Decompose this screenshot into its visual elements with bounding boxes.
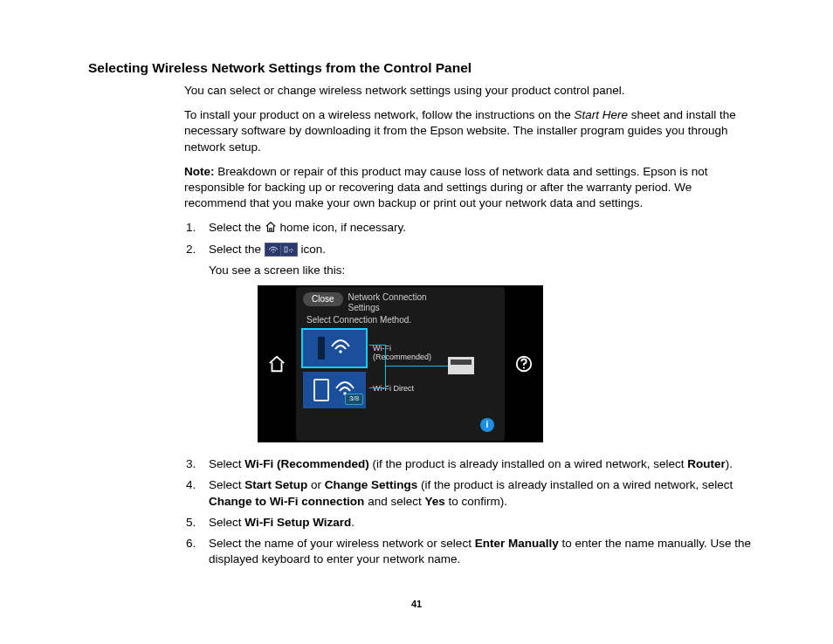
page-heading: Selecting Wireless Network Settings from… — [88, 59, 754, 78]
step1-text-b: home icon, if necessary. — [277, 221, 406, 234]
page-number: 41 — [0, 599, 833, 609]
phone-icon — [313, 379, 329, 401]
s5c: . — [351, 516, 355, 529]
s5a: Select — [209, 516, 244, 529]
note-label: Note: — [184, 165, 215, 178]
device-home-icon — [258, 285, 296, 442]
device-header-title: Network Connection Settings — [348, 292, 427, 312]
note-text: Breakdown or repair of this product may … — [184, 165, 708, 209]
step-4: Select Start Setup or Change Settings (i… — [202, 477, 754, 509]
start-here-name: Start Here — [574, 108, 628, 121]
page-badge: 3/8 — [345, 394, 363, 405]
wifi-arc-icon — [330, 337, 351, 359]
step2-text-a: Select the — [209, 243, 265, 256]
step1-text-a: Select the — [209, 221, 265, 234]
device-screenshot: Close Network Connection Settings Select… — [258, 285, 543, 442]
printer-dest-icon — [448, 357, 474, 374]
s4b: Start Setup — [244, 478, 307, 491]
s3e: ). — [726, 457, 733, 470]
step2-subtext: You see a screen like this: — [209, 263, 754, 278]
svg-rect-1 — [285, 247, 287, 252]
s4i: to confirm). — [445, 495, 507, 508]
s5b: Wi-Fi Setup Wizard — [244, 516, 351, 529]
option-wifi-recommended-tile[interactable] — [303, 330, 366, 367]
s6b: Enter Manually — [475, 537, 559, 550]
p2-part-a: To install your product on a wireless ne… — [184, 108, 574, 121]
s3b: Wi-Fi (Recommended) — [244, 457, 368, 470]
svg-point-0 — [272, 251, 274, 253]
router-icon — [318, 337, 325, 360]
step-2: Select the icon. You see a screen like t… — [202, 242, 754, 442]
intro-paragraph-2: To install your product on a wireless ne… — [184, 107, 754, 155]
wifi-status-icon — [265, 243, 298, 257]
note-paragraph: Note: Breakdown or repair of this produc… — [184, 164, 754, 212]
connector-horizontal — [385, 366, 448, 367]
connector-bracket — [369, 345, 386, 388]
home-icon — [265, 221, 277, 233]
wifi-direct-icon — [280, 243, 297, 256]
option-wifi-direct-tile[interactable]: 3/8 — [303, 372, 366, 408]
s4c: or — [307, 478, 325, 491]
s3c: (if the product is already installed on … — [369, 457, 688, 470]
s4h: Yes — [424, 495, 444, 508]
s3d: Router — [687, 457, 726, 470]
wifi-arc-icon — [265, 243, 281, 256]
svg-point-2 — [291, 251, 292, 252]
svg-point-3 — [339, 350, 342, 353]
step-1: Select the home icon, if necessary. — [202, 220, 754, 236]
step-3: Select Wi-Fi (Recommended) (if the produ… — [202, 456, 754, 472]
step-6: Select the name of your wireless network… — [202, 536, 754, 567]
step-list: Select the home icon, if necessary. Sele… — [184, 220, 754, 567]
close-button[interactable]: Close — [303, 292, 343, 306]
s4a: Select — [209, 478, 244, 491]
intro-paragraph-1: You can select or change wireless networ… — [184, 83, 754, 99]
s4d: Change Settings — [325, 478, 418, 491]
s6a: Select the name of your wireless network… — [209, 537, 475, 550]
s4g: and select — [364, 495, 424, 508]
step-5: Select Wi-Fi Setup Wizard. — [202, 515, 754, 531]
svg-point-6 — [523, 367, 525, 369]
s4e: (if the product is already installed on … — [417, 478, 733, 491]
s3a: Select — [209, 457, 244, 470]
device-subtitle: Select Connection Method. — [306, 314, 498, 326]
s4f: Change to Wi-Fi connection — [209, 495, 364, 508]
device-help-icon — [505, 285, 543, 442]
step2-text-b: icon. — [298, 243, 326, 256]
info-icon[interactable]: i — [480, 418, 494, 432]
device-center-panel: Close Network Connection Settings Select… — [296, 287, 505, 441]
